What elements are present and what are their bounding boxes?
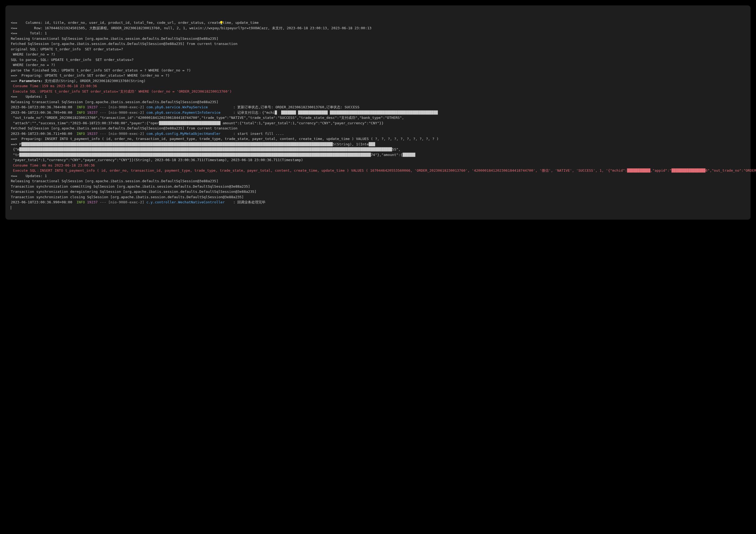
log-line: ==> P███████████████████████████████████… xyxy=(11,142,745,147)
log-line: Releasing transactional SqlSession [org.… xyxy=(11,179,745,184)
log-line: {"m█████████████████████████████████████… xyxy=(11,147,745,152)
log-line: original SQL: UPDATE t_order_info SET or… xyxy=(11,46,745,52)
log-line: WHERE (order_no = ?) xyxy=(11,62,745,68)
log-line: ==> Preparing: INSERT INTO t_payment_inf… xyxy=(11,136,745,142)
log-line: Releasing transactional SqlSession [org.… xyxy=(11,99,745,105)
log-line: WHERE (order_no = ?) xyxy=(11,52,745,57)
log-line: ==> Parameters: 支付成功(String), ORDER_2023… xyxy=(11,78,745,84)
log-line: ==> Preparing: UPDATE t_order_info SET o… xyxy=(11,73,745,78)
log-line: <== Updates: 1 xyxy=(11,94,745,99)
log-line: Transaction synchronization committing S… xyxy=(11,184,745,189)
log-line: Transaction synchronization deregisterin… xyxy=(11,189,745,194)
log-line: "payer_total":1,"currency":"CNY","payer_… xyxy=(11,157,745,163)
log-line: SQL to parse, SQL: UPDATE t_order_info S… xyxy=(11,57,745,63)
log-line-info: 2023-06-18T23:00:36.704+08:00 INFO 19237… xyxy=(11,104,745,110)
log-line: "attach":"","success_time":"2023-06-18T2… xyxy=(11,121,745,126)
console-output[interactable]: 💡 <== Columns: id, title, order_no, user… xyxy=(5,5,751,220)
log-line: <== Columns: id, title, order_no, user_i… xyxy=(11,20,745,25)
log-line: Fetched SqlSession [org.apache.ibatis.se… xyxy=(11,41,745,46)
log-line: <== Total: 1 xyxy=(11,31,745,36)
log-line: Fetched SqlSession [org.apache.ibatis.se… xyxy=(11,126,745,131)
log-line: <== Row: 1670446321924501505, 大数据课程, ORD… xyxy=(11,25,745,31)
log-line: Transaction synchronization closing SqlS… xyxy=(11,194,745,200)
bulb-icon[interactable]: 💡 xyxy=(219,20,224,26)
log-line: "tr█████████████████████████████████████… xyxy=(11,152,745,157)
log-line: Releasing transactional SqlSession [org.… xyxy=(11,36,745,42)
log-line-consume: Consume Time：46 ms 2023-06-18 23:00:36 xyxy=(11,163,745,168)
log-line-execute: Execute SQL：UPDATE t_order_info SET orde… xyxy=(11,89,745,94)
log-line: <== Updates: 1 xyxy=(11,173,745,179)
log-line-info: 2023-06-18T23:00:36.711+08:00 INFO 19237… xyxy=(11,131,745,136)
log-line-info: 2023-06-18T23:00:36.990+08:00 INFO 19237… xyxy=(11,200,745,205)
log-line: parse the finished SQL: UPDATE t_order_i… xyxy=(11,68,745,73)
log-line: "out_trade_no":"ORDER_20230618230013760"… xyxy=(11,115,745,121)
text-cursor xyxy=(11,206,11,210)
log-line-consume: Consume Time：159 ms 2023-06-18 23:00:36 xyxy=(11,83,745,89)
log-line-info: 2023-06-18T23:00:36.705+08:00 INFO 19237… xyxy=(11,110,745,115)
log-output: <== Columns: id, title, order_no, user_i… xyxy=(11,20,745,210)
log-line-execute: Execute SQL：INSERT INTO t_payment_info (… xyxy=(11,168,745,173)
